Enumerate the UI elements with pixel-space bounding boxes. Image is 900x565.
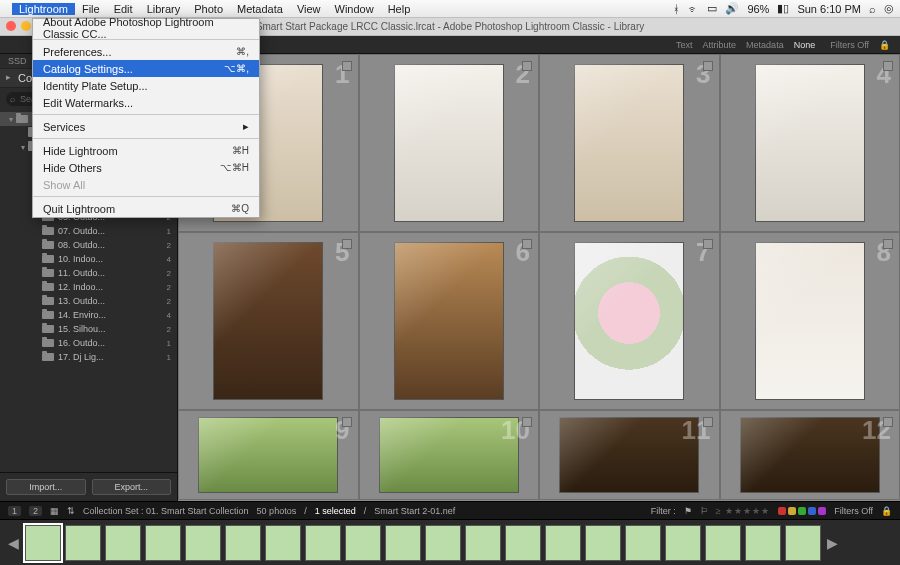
filmstrip-thumb[interactable] [745, 525, 781, 561]
collection-item[interactable]: 13. Outdo...2 [0, 294, 177, 308]
siri-icon[interactable]: ◎ [884, 2, 894, 15]
filmstrip-thumb[interactable] [385, 525, 421, 561]
volume-icon[interactable]: 🔊 [725, 2, 739, 15]
sort-icon[interactable]: ⇅ [67, 506, 75, 516]
grid-cell[interactable]: 5 [178, 232, 359, 410]
bluetooth-icon[interactable]: ᚼ [673, 3, 680, 15]
filter-lock-icon[interactable]: 🔒 [879, 40, 890, 50]
thumbnail[interactable] [379, 417, 519, 493]
collection-item[interactable]: 11. Outdo...2 [0, 266, 177, 280]
cell-badge-icon[interactable] [703, 417, 713, 427]
collection-item[interactable]: 15. Silhou...2 [0, 322, 177, 336]
thumbnail[interactable] [574, 64, 684, 222]
wifi-icon[interactable]: ᯤ [688, 3, 699, 15]
filmstrip-thumb[interactable] [785, 525, 821, 561]
filter-metadata[interactable]: Metadata [741, 40, 789, 50]
cell-badge-icon[interactable] [883, 61, 893, 71]
menu-photo[interactable]: Photo [187, 3, 230, 15]
export-button[interactable]: Export... [92, 479, 172, 495]
color-label[interactable] [788, 507, 796, 515]
display-icon[interactable]: ▭ [707, 2, 717, 15]
color-label[interactable] [808, 507, 816, 515]
menu-library[interactable]: Library [140, 3, 188, 15]
grid-cell[interactable]: 7 [539, 232, 720, 410]
spotlight-icon[interactable]: ⌕ [869, 3, 876, 15]
filmstrip-thumb[interactable] [545, 525, 581, 561]
collection-item[interactable]: 16. Outdo...1 [0, 336, 177, 350]
cell-badge-icon[interactable] [883, 417, 893, 427]
menu-edit[interactable]: Edit [107, 3, 140, 15]
thumbnail[interactable] [198, 417, 338, 493]
collection-item[interactable]: 08. Outdo...2 [0, 238, 177, 252]
filter-lock-icon[interactable]: 🔒 [881, 506, 892, 516]
menu-metadata[interactable]: Metadata [230, 3, 290, 15]
import-button[interactable]: Import... [6, 479, 86, 495]
filmstrip-thumb[interactable] [65, 525, 101, 561]
flag-rejected-icon[interactable]: ⚐ [700, 506, 708, 516]
color-label[interactable] [818, 507, 826, 515]
menu-lightroom[interactable]: Lightroom [12, 3, 75, 15]
filmstrip-thumb[interactable] [145, 525, 181, 561]
menu-item[interactable]: Services▸ [33, 118, 259, 135]
menu-item[interactable]: Quit Lightroom⌘Q [33, 200, 259, 217]
minimize-button[interactable] [21, 21, 31, 31]
thumbnail[interactable] [559, 417, 699, 493]
close-button[interactable] [6, 21, 16, 31]
grid-cell[interactable]: 12 [720, 410, 901, 500]
grid-view[interactable]: 123456789101112 [178, 54, 900, 501]
grid-cell[interactable]: 11 [539, 410, 720, 500]
cell-badge-icon[interactable] [342, 417, 352, 427]
filmstrip-thumb[interactable] [625, 525, 661, 561]
filmstrip-thumb[interactable] [305, 525, 341, 561]
filmstrip[interactable]: ◀ ▶ [0, 519, 900, 565]
filmstrip-thumb[interactable] [425, 525, 461, 561]
filter-none[interactable]: None [789, 40, 821, 50]
menu-item[interactable]: Catalog Settings...⌥⌘, [33, 60, 259, 77]
menu-help[interactable]: Help [381, 3, 418, 15]
filter-attribute[interactable]: Attribute [698, 40, 742, 50]
menu-file[interactable]: File [75, 3, 107, 15]
filmstrip-thumb[interactable] [505, 525, 541, 561]
cell-badge-icon[interactable] [883, 239, 893, 249]
filters-off-label[interactable]: Filters Off [830, 40, 869, 50]
color-label[interactable] [778, 507, 786, 515]
thumbnail[interactable] [755, 64, 865, 222]
menu-item[interactable]: Preferences...⌘, [33, 43, 259, 60]
menu-item[interactable]: Identity Plate Setup... [33, 77, 259, 94]
filmstrip-next-icon[interactable]: ▶ [825, 535, 840, 551]
cell-badge-icon[interactable] [703, 239, 713, 249]
thumbnail[interactable] [740, 417, 880, 493]
thumbnail[interactable] [394, 242, 504, 400]
filmstrip-thumb[interactable] [585, 525, 621, 561]
filmstrip-thumb[interactable] [185, 525, 221, 561]
grid-cell[interactable]: 9 [178, 410, 359, 500]
collection-item[interactable]: 17. Dj Lig...1 [0, 350, 177, 364]
grid-cell[interactable]: 2 [359, 54, 540, 232]
menu-window[interactable]: Window [328, 3, 381, 15]
menu-view[interactable]: View [290, 3, 328, 15]
collection-item[interactable]: 12. Indoo...2 [0, 280, 177, 294]
filmstrip-thumb[interactable] [25, 525, 61, 561]
filmstrip-thumb[interactable] [345, 525, 381, 561]
menu-item[interactable]: Edit Watermarks... [33, 94, 259, 111]
cell-badge-icon[interactable] [342, 61, 352, 71]
filmstrip-thumb[interactable] [105, 525, 141, 561]
battery-icon[interactable]: ▮▯ [777, 2, 789, 15]
filmstrip-thumb[interactable] [265, 525, 301, 561]
filmstrip-thumb[interactable] [225, 525, 261, 561]
grid-icon[interactable]: ▦ [50, 506, 59, 516]
grid-cell[interactable]: 4 [720, 54, 901, 232]
filmstrip-thumb[interactable] [465, 525, 501, 561]
cell-badge-icon[interactable] [342, 239, 352, 249]
thumbnail[interactable] [755, 242, 865, 400]
filter-text[interactable]: Text [671, 40, 698, 50]
grid-cell[interactable]: 8 [720, 232, 901, 410]
grid-cell[interactable]: 3 [539, 54, 720, 232]
page-indicator-1[interactable]: 1 [8, 506, 21, 516]
menu-item[interactable]: Hide Others⌥⌘H [33, 159, 259, 176]
cell-badge-icon[interactable] [522, 417, 532, 427]
filmstrip-thumb[interactable] [665, 525, 701, 561]
cell-badge-icon[interactable] [522, 239, 532, 249]
thumbnail[interactable] [394, 64, 504, 222]
grid-cell[interactable]: 6 [359, 232, 540, 410]
